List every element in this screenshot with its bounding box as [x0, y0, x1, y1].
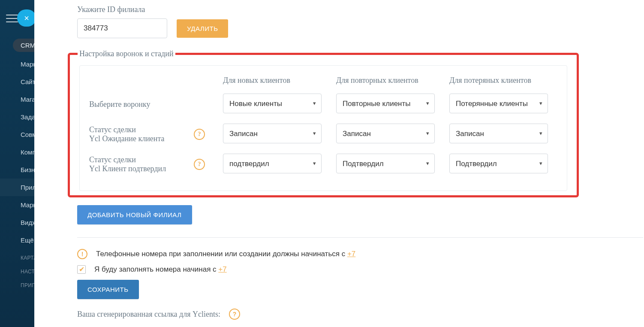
chevron-down-icon: ▾: [539, 94, 542, 113]
fill-prefix-row: ✔ Я буду заполнять номера начиная с +7: [77, 265, 643, 274]
generated-link-label: Ваша сгенерированная ссылка для Yclients…: [77, 310, 220, 319]
branch-id-input[interactable]: [77, 18, 167, 38]
funnel-settings-box: Настройка воронок и стадий Для новых кли…: [68, 49, 579, 197]
help-icon[interactable]: ?: [194, 129, 205, 140]
select-status-wait-repeat[interactable]: Записан ▾: [336, 124, 435, 143]
sidebar-item-crm[interactable]: CRM: [13, 39, 34, 52]
help-icon[interactable]: ?: [229, 309, 240, 320]
branch-id-label: Укажите ID филиала: [77, 5, 643, 14]
main-area: Укажите ID филиала УДАЛИТЬ Настройка вор…: [34, 0, 644, 327]
chevron-down-icon: ▾: [426, 154, 429, 173]
col-repeat-clients: Для повторных клиентов: [334, 72, 447, 89]
chevron-down-icon: ▾: [313, 154, 316, 173]
select-status-confirm-new[interactable]: подтвердил ▾: [223, 154, 322, 173]
phone-prefix-link[interactable]: +7: [347, 250, 355, 258]
save-button[interactable]: СОХРАНИТЬ: [77, 280, 139, 299]
sidebar-item-marketplace[interactable]: Маркетплейс: [0, 196, 34, 214]
select-status-wait-new[interactable]: Записан ▾: [223, 124, 322, 143]
chevron-down-icon: ▾: [426, 124, 429, 143]
select-status-confirm-lost[interactable]: Подтвердил ▾: [449, 154, 548, 173]
sidebar-section-sitemap[interactable]: КАРТА САЙТА: [0, 249, 34, 263]
close-icon: ×: [24, 14, 29, 22]
col-lost-clients: Для потеряных клиентов: [447, 72, 560, 89]
fill-prefix-checkbox[interactable]: ✔: [77, 265, 86, 274]
add-branch-button[interactable]: ДОБАВИТЬ НОВЫЙ ФИЛИАЛ: [77, 205, 192, 224]
sidebar-item-more[interactable]: Ещё: [0, 231, 34, 249]
select-status-wait-lost[interactable]: Записан ▾: [449, 124, 548, 143]
select-funnel-repeat[interactable]: Повторные клиенты ▾: [336, 94, 435, 113]
fill-prefix-link[interactable]: +7: [218, 265, 226, 273]
sidebar-item-marketing[interactable]: Маркетинг: [0, 55, 34, 73]
phone-prefix-notice: ! Телефонные номера при заполнении или с…: [77, 249, 643, 259]
row-select-funnel: Выберите воронку Новые клиенты ▾ Повторн…: [87, 89, 560, 119]
phone-prefix-text: Телефонные номера при заполнении или соз…: [96, 250, 347, 258]
close-button[interactable]: ×: [17, 9, 34, 27]
divider: [77, 237, 643, 238]
funnel-legend: Настройка воронок и стадий: [78, 49, 175, 58]
sidebar-item-tasks[interactable]: Задачи и проекты: [0, 108, 34, 126]
row-label-status1-line2: Ycl Ожидание клиента: [89, 134, 165, 143]
help-icon[interactable]: ?: [194, 159, 205, 170]
row-label-status2-line1: Статус сделки: [89, 155, 166, 164]
chevron-down-icon: ▾: [313, 124, 316, 143]
sidebar-item-widgets[interactable]: Виджеты: [0, 214, 34, 231]
sidebar-item-collab[interactable]: Совместная работа: [0, 126, 34, 143]
delete-button[interactable]: УДАЛИТЬ: [177, 19, 228, 38]
sidebar: × CRM Маркетинг Сайты Магазины Задачи и …: [0, 0, 34, 327]
select-funnel-new[interactable]: Новые клиенты ▾: [223, 94, 322, 113]
chevron-down-icon: ▾: [426, 94, 429, 113]
row-status-confirmed: Статус сделки Ycl Клиент подтвердил ? по…: [87, 149, 560, 179]
info-icon: !: [77, 249, 87, 259]
sidebar-item-company[interactable]: Компания: [0, 143, 34, 161]
sidebar-section-configure[interactable]: НАСТРОИТЬ МЕНЮ: [0, 263, 34, 276]
row-label-status1-line1: Статус сделки: [89, 125, 165, 134]
row-label-status2-line2: Ycl Клиент подтвердил: [89, 164, 166, 173]
chevron-down-icon: ▾: [313, 94, 316, 113]
chevron-down-icon: ▾: [539, 154, 542, 173]
select-status-confirm-repeat[interactable]: Подтвердил ▾: [336, 154, 435, 173]
row-label-select-funnel: Выберите воронку: [87, 89, 220, 119]
fill-prefix-text: Я буду заполнять номера начиная с: [94, 265, 218, 273]
col-new-clients: Для новых клиентов: [220, 72, 334, 89]
sidebar-item-shops[interactable]: Магазины: [0, 91, 34, 108]
hamburger-icon[interactable]: [6, 15, 18, 22]
sidebar-item-sites[interactable]: Сайты: [0, 73, 34, 91]
row-status-waiting: Статус сделки Ycl Ожидание клиента ? Зап…: [87, 119, 560, 149]
chevron-down-icon: ▾: [539, 124, 542, 143]
sidebar-section-invite[interactable]: ПРИГЛАСИТЬ: [0, 276, 34, 290]
select-funnel-lost[interactable]: Потерянные клиенты ▾: [449, 94, 548, 113]
sidebar-item-processes[interactable]: Бизнес-процессы: [0, 161, 34, 179]
sidebar-item-apps[interactable]: Приложения: [0, 179, 34, 196]
table-header-row: Для новых клиентов Для повторных клиенто…: [87, 72, 560, 89]
